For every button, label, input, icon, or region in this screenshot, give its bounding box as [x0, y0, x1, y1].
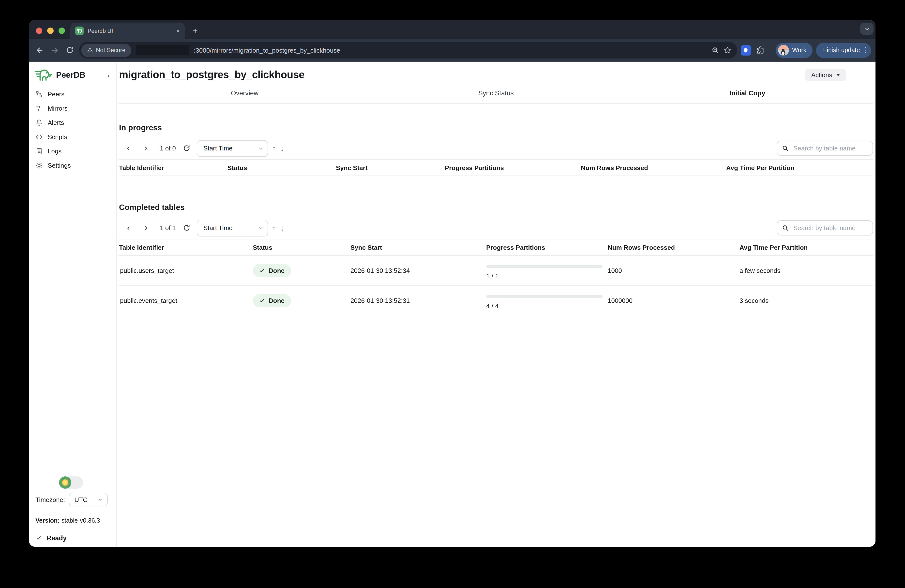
in-progress-search[interactable] [776, 141, 873, 156]
status-label: Ready [47, 534, 67, 542]
zoom-out-icon[interactable] [711, 46, 719, 54]
tab-initial-copy[interactable]: Initial Copy [622, 87, 873, 103]
finish-update-button[interactable]: Finish update [816, 43, 871, 58]
not-secure-chip[interactable]: Not Secure [81, 43, 131, 57]
sidebar-item-scripts[interactable]: Scripts [29, 130, 116, 144]
reload-icon[interactable] [64, 44, 76, 56]
tab-title: Peerdb UI [87, 28, 171, 34]
warning-icon [87, 47, 93, 53]
sidebar-item-peers[interactable]: Peers [29, 87, 116, 101]
profile-label: Work [792, 47, 807, 54]
table-identifier: public.events_target [119, 297, 253, 304]
tab-close-icon[interactable]: × [175, 27, 181, 35]
redacted-host [136, 45, 189, 55]
avg-time-per-partition: 3 seconds [740, 297, 873, 304]
progress-bar [486, 265, 602, 268]
address-bar[interactable]: Not Secure :3000/mirrors/migration_to_po… [79, 42, 737, 59]
peers-icon [35, 90, 43, 98]
browser-toolbar: Not Secure :3000/mirrors/migration_to_po… [29, 39, 875, 62]
tab-sync-status[interactable]: Sync Status [370, 87, 622, 103]
mirror-tabs: Overview Sync Status Initial Copy [119, 87, 873, 104]
refresh-icon[interactable] [183, 144, 190, 152]
browser-tab[interactable]: Peerdb UI × [70, 23, 185, 39]
completed-title: Completed tables [119, 203, 873, 212]
screen: Peerdb UI × + Not Secure [0, 0, 905, 588]
sort-field-select[interactable]: Start Time [197, 140, 268, 157]
sync-start: 2026-01-30 13:52:31 [351, 297, 486, 304]
sort-ascending-icon[interactable]: ↑ [272, 224, 276, 232]
chevron-down-icon [864, 26, 870, 32]
table-identifier: public.users_target [119, 267, 253, 274]
tab-search-button[interactable] [860, 23, 873, 35]
brand-name: PeerDB [56, 70, 85, 80]
sidebar-item-label: Scripts [48, 133, 67, 141]
sidebar-item-label: Mirrors [48, 105, 68, 112]
prev-page-icon[interactable] [122, 225, 134, 231]
status-text: Done [268, 267, 284, 274]
completed-search[interactable] [776, 220, 873, 236]
close-window-button[interactable] [36, 27, 42, 34]
column-header: Status [253, 244, 351, 251]
completed-controls: 1 of 1 Start Time ↑ ↓ [119, 219, 873, 236]
timezone-select[interactable]: UTC [69, 493, 108, 506]
theme-toggle[interactable] [59, 476, 83, 489]
next-page-icon[interactable] [140, 145, 152, 151]
sidebar-item-alerts[interactable]: Alerts [29, 116, 116, 130]
new-tab-button[interactable]: + [193, 27, 198, 35]
sidebar-collapse-icon[interactable]: ‹ [108, 71, 110, 78]
sync-start: 2026-01-30 13:52:34 [351, 267, 486, 274]
browser-window: Peerdb UI × + Not Secure [29, 20, 875, 547]
search-input[interactable] [792, 144, 868, 152]
in-progress-table-header: Table Identifier Status Sync Start Progr… [119, 159, 873, 176]
refresh-icon[interactable] [183, 224, 190, 231]
peerdb-logo-icon [35, 69, 52, 81]
sun-icon [62, 479, 68, 486]
finish-update-label: Finish update [823, 47, 860, 54]
logs-icon [35, 147, 43, 155]
chevron-down-icon [97, 497, 103, 502]
extensions-puzzle-icon[interactable] [754, 44, 766, 56]
column-header: Num Rows Processed [581, 164, 726, 171]
pagination-label: 1 of 0 [160, 144, 176, 152]
tab-overview[interactable]: Overview [119, 87, 370, 103]
sort-field-value: Start Time [203, 224, 254, 231]
avg-time-per-partition: a few seconds [740, 267, 873, 274]
version-value: stable-v0.36.3 [62, 517, 100, 524]
sort-descending-icon[interactable]: ↓ [280, 144, 284, 152]
back-icon[interactable] [33, 44, 45, 56]
sidebar-item-logs[interactable]: Logs [29, 144, 116, 158]
security-label: Not Secure [96, 47, 125, 54]
code-icon [35, 133, 43, 141]
table-row[interactable]: public.users_target Done 2026-01-30 13:5… [119, 256, 873, 286]
next-page-icon[interactable] [140, 225, 152, 231]
column-header: Sync Start [351, 244, 486, 251]
column-header: Avg Time Per Partition [740, 244, 873, 251]
forward-icon[interactable] [49, 44, 60, 56]
check-icon [259, 268, 265, 273]
table-row[interactable]: public.events_target Done 2026-01-30 13:… [119, 286, 873, 315]
minimize-window-button[interactable] [47, 27, 54, 34]
profile-button[interactable]: Work [775, 43, 813, 58]
sidebar-item-settings[interactable]: Settings [29, 158, 116, 173]
actions-button[interactable]: Actions [805, 68, 846, 81]
sort-ascending-icon[interactable]: ↑ [272, 144, 276, 152]
browser-menu-icon[interactable] [864, 47, 866, 53]
in-progress-empty-body [119, 176, 873, 203]
avatar [778, 45, 789, 55]
bookmark-star-icon[interactable] [723, 46, 731, 54]
search-input[interactable] [792, 224, 868, 232]
sidebar-item-mirrors[interactable]: Mirrors [29, 101, 116, 116]
sort-field-select[interactable]: Start Time [197, 220, 268, 236]
prev-page-icon[interactable] [122, 145, 134, 151]
password-manager-shield-icon[interactable] [740, 45, 751, 55]
column-header: Status [227, 164, 336, 171]
status-text: Done [268, 297, 284, 304]
window-controls [36, 27, 65, 34]
instance-status: ✓ Ready [29, 534, 116, 542]
zoom-window-button[interactable] [59, 27, 65, 34]
sidebar-item-label: Alerts [48, 119, 64, 126]
sort-descending-icon[interactable]: ↓ [280, 224, 284, 232]
completed-table-header: Table Identifier Status Sync Start Progr… [119, 239, 873, 256]
column-header: Progress Partitions [486, 244, 608, 251]
column-header: Table Identifier [119, 164, 227, 171]
